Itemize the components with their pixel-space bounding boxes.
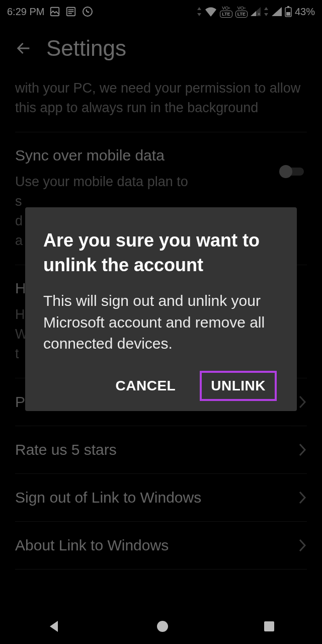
- dialog-title: Are you sure you want to unlink the acco…: [43, 228, 279, 277]
- svg-point-12: [157, 621, 168, 632]
- dialog-body: This will sign out and unlink your Micro…: [43, 290, 279, 355]
- nav-recent-icon[interactable]: [263, 620, 275, 632]
- nav-home-icon[interactable]: [156, 620, 169, 633]
- system-nav-bar: [0, 609, 322, 644]
- cancel-button[interactable]: CANCEL: [106, 372, 186, 400]
- svg-rect-13: [264, 621, 274, 631]
- unlink-button[interactable]: UNLINK: [201, 372, 276, 400]
- unlink-dialog: Are you sure you want to unlink the acco…: [25, 207, 297, 411]
- nav-back-icon[interactable]: [47, 619, 62, 634]
